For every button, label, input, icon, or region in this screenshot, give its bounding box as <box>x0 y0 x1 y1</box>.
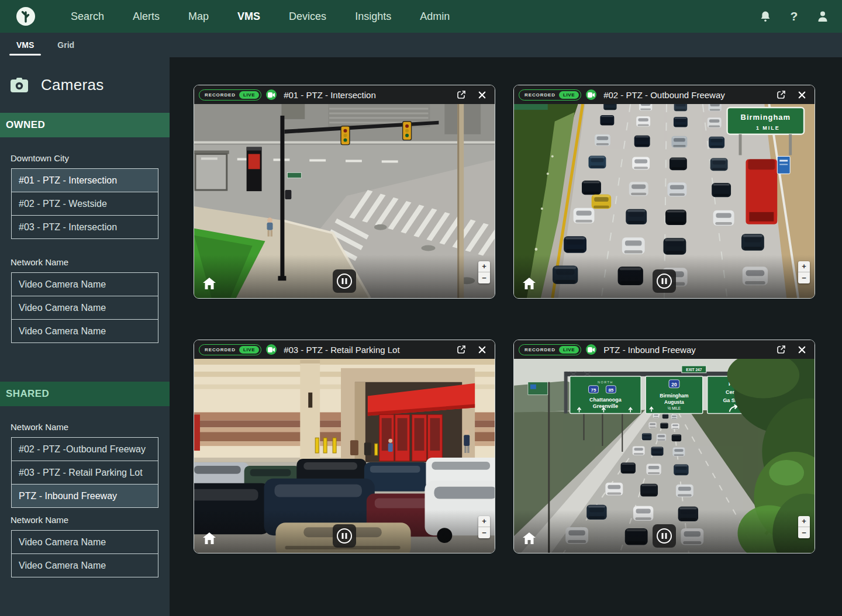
group-label: Network Name <box>11 515 159 525</box>
svg-text:Greenville: Greenville <box>593 403 618 409</box>
pause-button[interactable] <box>333 524 356 548</box>
sidebar-camera-generic[interactable]: Video Camera Name <box>11 296 158 320</box>
video-wall: RECORDED LIVE #01 - PTZ - Intersection <box>170 57 842 616</box>
sidebar-camera-generic[interactable]: Video Camera Name <box>11 272 158 296</box>
tile-title: #03 - PTZ - Retail Parking Lot <box>284 345 399 355</box>
tile-title: PTZ - Inbound Freeway <box>603 345 696 355</box>
group-label: Network Name <box>11 422 159 432</box>
video-feed: Birmingham 1 MILE + − <box>514 104 815 298</box>
nav-item-vms[interactable]: VMS <box>237 11 260 23</box>
sidebar-camera-02-outbound-freeway[interactable]: #02 - PTZ -Outbound Freeway <box>11 437 158 461</box>
zoom-control: + − <box>478 261 490 283</box>
sidebar-camera-generic[interactable]: Video Camera Name <box>11 319 158 343</box>
sidebar-camera-inbound-freeway[interactable]: PTZ - Inbound Freeway <box>11 484 158 508</box>
svg-text:NORTH: NORTH <box>598 380 613 384</box>
recorded-live-toggle[interactable]: RECORDED LIVE <box>519 344 581 355</box>
nav-item-search[interactable]: Search <box>71 11 104 23</box>
sidebar-camera-generic[interactable]: Video Camera Name <box>11 530 158 554</box>
tile-actions <box>455 89 488 101</box>
ptz-home-icon[interactable] <box>202 277 216 290</box>
tile-header: RECORDED LIVE #01 - PTZ - Intersection <box>194 85 495 104</box>
video-feed: + − <box>194 104 495 298</box>
nav-item-admin[interactable]: Admin <box>420 11 450 23</box>
tile-actions <box>775 344 808 355</box>
close-icon[interactable] <box>796 89 808 101</box>
recorded-live-toggle[interactable]: RECORDED LIVE <box>519 89 581 101</box>
ptz-home-icon[interactable] <box>202 532 216 545</box>
notifications-bell-icon[interactable] <box>759 10 772 23</box>
camera-tile-02-outbound-freeway: RECORDED LIVE #02 - PTZ - Outbound Freew… <box>513 85 815 299</box>
live-badge: LIVE <box>559 346 579 354</box>
recorded-label: RECORDED <box>205 347 236 352</box>
zoom-out-button[interactable]: − <box>478 272 490 283</box>
recorded-label: RECORDED <box>524 92 555 98</box>
popout-icon[interactable] <box>455 89 467 101</box>
close-icon[interactable] <box>796 344 808 355</box>
video-feed: + − <box>194 359 495 553</box>
camera-list: Video Camera Name Video Camera Name <box>11 530 158 577</box>
tab-vms[interactable]: VMS <box>9 33 42 57</box>
svg-text:½ MILE: ½ MILE <box>668 406 681 410</box>
close-icon[interactable] <box>476 89 488 101</box>
zoom-in-button[interactable]: + <box>478 261 490 272</box>
pause-button[interactable] <box>653 269 676 293</box>
cameras-sidebar: Cameras OWNED Downtown City #01 - PTZ - … <box>0 57 170 616</box>
camera-tile-inbound-freeway: RECORDED LIVE PTZ - Inbound Freeway <box>513 340 815 553</box>
camera-list: Video Camera Name Video Camera Name Vide… <box>11 272 158 343</box>
svg-text:Birmingham: Birmingham <box>741 113 791 122</box>
camera-list: #01 - PTZ - Intersection #02 - PTZ - Wes… <box>11 168 158 239</box>
group-label: Network Name <box>11 257 159 267</box>
nav-item-insights[interactable]: Insights <box>355 11 391 23</box>
view-tabs: VMS Grid <box>0 33 842 57</box>
popout-icon[interactable] <box>775 89 787 101</box>
recorded-label: RECORDED <box>524 347 555 352</box>
ptz-home-icon[interactable] <box>522 277 536 290</box>
sidebar-camera-generic[interactable]: Video Camera Name <box>11 553 158 577</box>
camera-status-icon <box>586 89 596 100</box>
nav-item-map[interactable]: Map <box>188 11 209 23</box>
ptz-home-icon[interactable] <box>522 532 536 545</box>
tile-actions <box>455 344 488 355</box>
zoom-out-button[interactable]: − <box>798 527 810 538</box>
recorded-live-toggle[interactable]: RECORDED LIVE <box>199 344 261 355</box>
nav-item-devices[interactable]: Devices <box>289 11 326 23</box>
live-badge: LIVE <box>239 91 259 99</box>
sidebar-camera-02-westside[interactable]: #02 - PTZ - Westside <box>11 192 158 216</box>
top-navbar: Search Alerts Map VMS Devices Insights A… <box>0 0 842 33</box>
svg-text:75: 75 <box>591 387 596 393</box>
camera-status-icon <box>266 89 277 100</box>
zoom-in-button[interactable]: + <box>798 516 810 527</box>
help-icon[interactable]: ? <box>788 10 800 23</box>
zoom-out-button[interactable]: − <box>478 527 490 538</box>
tile-header: RECORDED LIVE PTZ - Inbound Freeway <box>514 340 815 359</box>
camera-list: #02 - PTZ -Outbound Freeway #03 - PTZ - … <box>11 437 158 508</box>
pause-button[interactable] <box>653 524 676 548</box>
sidebar-camera-01-intersection[interactable]: #01 - PTZ - Intersection <box>11 168 158 192</box>
sidebar-camera-03-intersection[interactable]: #03 - PTZ - Intersection <box>11 215 158 239</box>
main-nav: Search Alerts Map VMS Devices Insights A… <box>71 11 450 23</box>
group-label: Downtown City <box>11 153 159 163</box>
live-badge: LIVE <box>559 91 579 99</box>
nav-item-alerts[interactable]: Alerts <box>133 11 160 23</box>
tab-grid[interactable]: Grid <box>50 33 82 57</box>
recorded-live-toggle[interactable]: RECORDED LIVE <box>199 89 261 101</box>
zoom-in-button[interactable]: + <box>478 516 490 527</box>
sidebar-camera-03-retail-parking-lot[interactable]: #03 - PTZ - Retail Parking Lot <box>11 461 158 485</box>
svg-text:1 MILE: 1 MILE <box>756 125 780 131</box>
pause-button[interactable] <box>333 269 356 293</box>
camera-tile-03-retail-parking-lot: RECORDED LIVE #03 - PTZ - Retail Parking… <box>194 340 495 553</box>
popout-icon[interactable] <box>455 344 467 355</box>
zoom-in-button[interactable]: + <box>798 261 810 272</box>
zoom-out-button[interactable]: − <box>798 272 810 283</box>
tile-title: #01 - PTZ - Intersection <box>284 90 376 100</box>
live-badge: LIVE <box>239 346 259 354</box>
section-header-owned: OWNED <box>0 113 170 137</box>
tile-title: #02 - PTZ - Outbound Freeway <box>603 90 725 100</box>
svg-text:20: 20 <box>671 382 677 387</box>
user-account-icon[interactable] <box>816 10 829 23</box>
tile-actions <box>775 89 808 101</box>
tab-vms-label: VMS <box>16 40 34 50</box>
tab-grid-label: Grid <box>57 40 74 50</box>
close-icon[interactable] <box>476 344 488 355</box>
popout-icon[interactable] <box>775 344 787 355</box>
